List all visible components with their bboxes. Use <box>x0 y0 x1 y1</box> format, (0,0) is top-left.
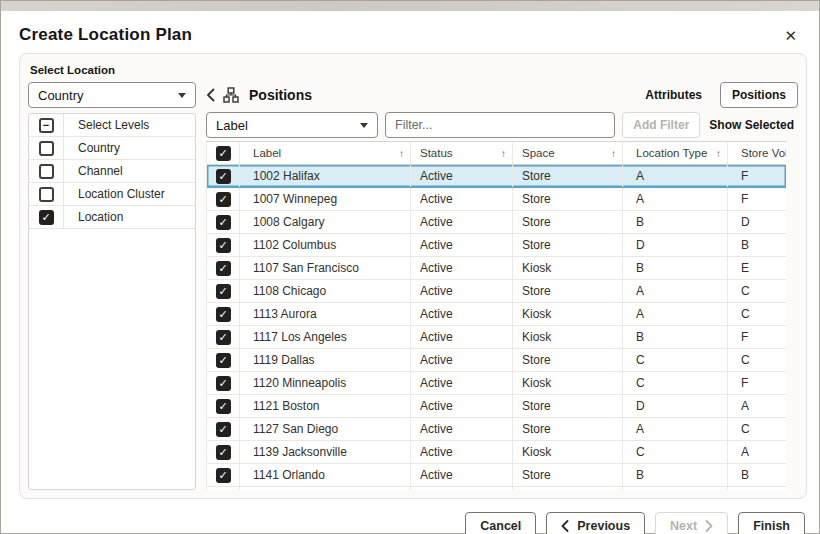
level-checkbox[interactable] <box>39 164 54 179</box>
cell-status: Active <box>411 257 513 279</box>
row-checkbox[interactable]: ✓ <box>216 468 231 483</box>
row-checkbox[interactable]: ✓ <box>216 284 231 299</box>
cell-location-type: A <box>623 188 728 210</box>
previous-button[interactable]: Previous <box>546 512 645 534</box>
table-row[interactable]: ✓1143 TampaActiveKioskAB <box>207 487 786 490</box>
row-checkbox[interactable]: ✓ <box>216 238 231 253</box>
cell-location-type: C <box>623 372 728 394</box>
close-icon[interactable]: ✕ <box>780 26 801 45</box>
row-checkbox[interactable]: ✓ <box>216 422 231 437</box>
cell-store-volume: B <box>728 234 786 256</box>
table-row[interactable]: ✓1002 HalifaxActiveStoreAF <box>207 165 786 188</box>
cell-status: Active <box>411 418 513 440</box>
table-row[interactable]: ✓1119 DallasActiveStoreCC <box>207 349 786 372</box>
level-row-location-cluster[interactable]: Location Cluster <box>29 183 195 206</box>
select-location-label: Select Location <box>30 64 798 76</box>
cell-status: Active <box>411 464 513 486</box>
column-header-label[interactable]: Label↑ <box>240 142 411 164</box>
level-label: Location Cluster <box>64 183 165 205</box>
positions-table: ✓ Label↑ Status↑ Space↑ <box>206 141 786 490</box>
cell-location-type: B <box>623 326 728 348</box>
table-row[interactable]: ✓1108 ChicagoActiveStoreAC <box>207 280 786 303</box>
table-row[interactable]: ✓1102 ColumbusActiveStoreDB <box>207 234 786 257</box>
level-checkbox[interactable] <box>39 141 54 156</box>
table-row[interactable]: ✓1139 JacksonvilleActiveKioskCA <box>207 441 786 464</box>
cell-label: 1007 Winnepeg <box>240 188 411 210</box>
cell-label: 1139 Jacksonville <box>240 441 411 463</box>
cell-store-volume: B <box>728 464 786 486</box>
level-checkbox[interactable]: ✓ <box>39 210 54 225</box>
table-row[interactable]: ✓1117 Los AngelesActiveKioskBF <box>207 326 786 349</box>
sort-ascending-icon[interactable]: ↑ <box>611 148 616 159</box>
cell-label: 1108 Chicago <box>240 280 411 302</box>
cell-label: 1107 San Francisco <box>240 257 411 279</box>
column-header-status[interactable]: Status↑ <box>411 142 513 164</box>
positions-title: Positions <box>249 87 312 103</box>
table-row[interactable]: ✓1141 OrlandoActiveStoreBB <box>207 464 786 487</box>
table-row[interactable]: ✓1113 AuroraActiveKioskAC <box>207 303 786 326</box>
cell-status: Active <box>411 349 513 371</box>
level-row-country[interactable]: Country <box>29 137 195 160</box>
row-checkbox[interactable]: ✓ <box>216 330 231 345</box>
cell-space: Store <box>513 211 623 233</box>
row-checkbox[interactable]: ✓ <box>216 307 231 322</box>
cancel-button[interactable]: Cancel <box>465 512 536 534</box>
cell-label: 1127 San Diego <box>240 418 411 440</box>
cell-location-type: A <box>623 418 728 440</box>
level-label: Location <box>64 206 123 228</box>
cell-location-type: A <box>623 487 728 490</box>
finish-button[interactable]: Finish <box>738 512 805 534</box>
back-chevron-icon[interactable] <box>206 88 215 102</box>
row-checkbox[interactable]: ✓ <box>216 445 231 460</box>
row-checkbox[interactable]: ✓ <box>216 192 231 207</box>
column-header-space[interactable]: Space↑ <box>513 142 623 164</box>
column-header-location-type[interactable]: Location Type↑ <box>623 142 728 164</box>
row-checkbox[interactable]: ✓ <box>216 169 231 184</box>
select-levels-indeterminate-checkbox[interactable]: − <box>39 118 54 133</box>
row-checkbox[interactable]: ✓ <box>216 261 231 276</box>
cell-space: Store <box>513 418 623 440</box>
level-checkbox[interactable] <box>39 187 54 202</box>
level-row-channel[interactable]: Channel <box>29 160 195 183</box>
table-row[interactable]: ✓1007 WinnepegActiveStoreAF <box>207 188 786 211</box>
row-checkbox[interactable]: ✓ <box>216 353 231 368</box>
sort-ascending-icon[interactable]: ↑ <box>399 148 404 159</box>
add-filter-button[interactable]: Add Filter <box>622 112 700 138</box>
table-row[interactable]: ✓1127 San DiegoActiveStoreAC <box>207 418 786 441</box>
cell-store-volume: D <box>728 211 786 233</box>
attributes-button[interactable]: Attributes <box>637 83 710 107</box>
column-header-store-volume[interactable]: Store Volume↑ <box>728 142 786 164</box>
sort-ascending-icon[interactable]: ↑ <box>501 148 506 159</box>
row-checkbox[interactable]: ✓ <box>216 215 231 230</box>
cell-status: Active <box>411 234 513 256</box>
table-row[interactable]: ✓1121 BostonActiveStoreDA <box>207 395 786 418</box>
show-selected-toggle[interactable]: Show Selected <box>707 118 798 132</box>
cell-location-type: B <box>623 257 728 279</box>
filter-column-dropdown-value: Label <box>216 118 248 133</box>
cell-space: Store <box>513 165 623 187</box>
table-row[interactable]: ✓1120 MinneapolisActiveKioskCF <box>207 372 786 395</box>
select-levels-list: − Select Levels CountryChannelLocation C… <box>28 113 196 490</box>
row-checkbox[interactable]: ✓ <box>216 399 231 414</box>
positions-button[interactable]: Positions <box>720 82 798 108</box>
cell-store-volume: C <box>728 418 786 440</box>
cell-label: 1008 Calgary <box>240 211 411 233</box>
cell-label: 1143 Tampa <box>240 487 411 490</box>
location-level-dropdown[interactable]: Country <box>28 82 196 108</box>
row-checkbox[interactable]: ✓ <box>216 376 231 391</box>
table-row[interactable]: ✓1107 San FranciscoActiveKioskBE <box>207 257 786 280</box>
cell-store-volume: F <box>728 188 786 210</box>
filter-column-dropdown[interactable]: Label <box>206 112 378 138</box>
select-all-checkbox[interactable]: ✓ <box>216 146 231 161</box>
cell-store-volume: A <box>728 395 786 417</box>
filter-input[interactable] <box>385 112 615 138</box>
cell-label: 1002 Halifax <box>240 165 411 187</box>
table-row[interactable]: ✓1008 CalgaryActiveStoreBD <box>207 211 786 234</box>
level-row-location[interactable]: ✓Location <box>29 206 195 229</box>
table-scrollbar[interactable] <box>786 141 798 490</box>
cell-label: 1141 Orlando <box>240 464 411 486</box>
page-backdrop <box>1 1 819 11</box>
sort-ascending-icon[interactable]: ↑ <box>716 148 721 159</box>
select-levels-header-row: − Select Levels <box>29 114 195 137</box>
next-button[interactable]: Next <box>655 512 728 534</box>
